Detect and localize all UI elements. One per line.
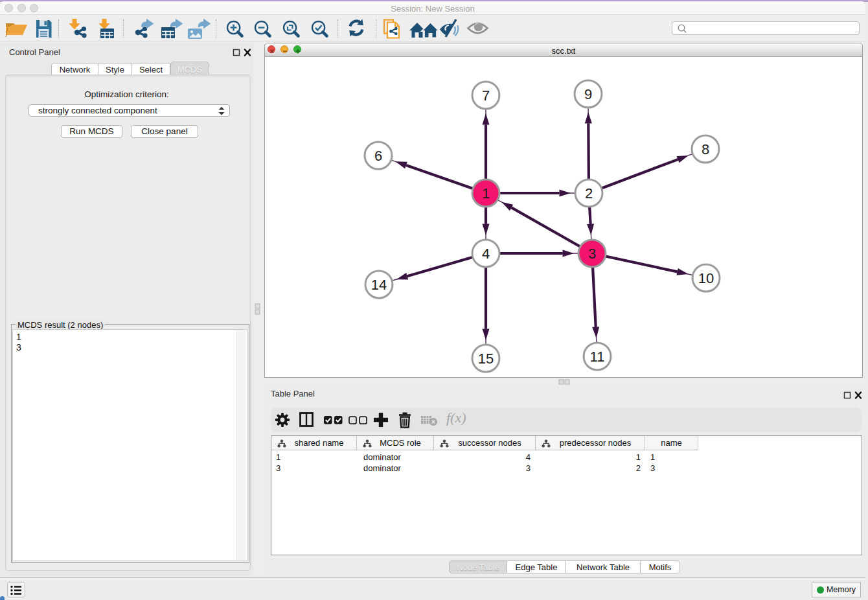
svg-text:11: 11 <box>590 349 605 365</box>
svg-text:4: 4 <box>482 246 490 262</box>
svg-text:7: 7 <box>482 87 490 104</box>
svg-text:14: 14 <box>371 277 387 293</box>
svg-text:9: 9 <box>584 86 592 102</box>
svg-text:2: 2 <box>585 185 593 202</box>
svg-text:1: 1 <box>482 185 490 202</box>
svg-text:6: 6 <box>374 148 382 164</box>
svg-text:3: 3 <box>588 246 596 262</box>
svg-text:10: 10 <box>698 270 714 286</box>
svg-text:15: 15 <box>478 351 494 367</box>
svg-text:8: 8 <box>702 141 709 157</box>
